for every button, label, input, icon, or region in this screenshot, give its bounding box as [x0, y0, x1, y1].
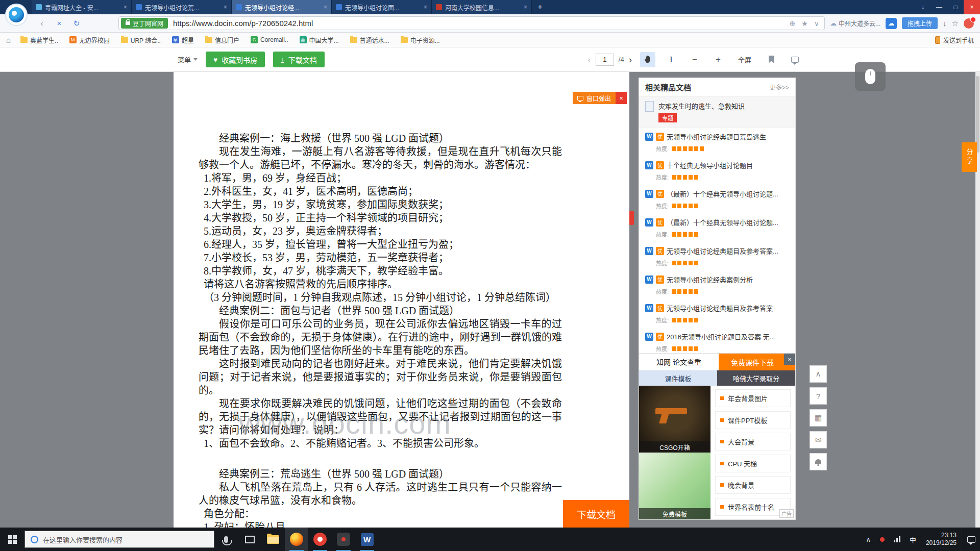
weather-widget[interactable]: ☁ 中州大道多云...: [830, 19, 880, 28]
scrollbar[interactable]: [975, 72, 980, 528]
zoom-in-button[interactable]: +: [710, 52, 726, 67]
help-button[interactable]: ?: [810, 387, 827, 405]
taskbar-clock[interactable]: 23:13 2019/12/25: [921, 532, 962, 547]
ad-link[interactable]: CPU 天梯: [715, 455, 791, 472]
stop-button[interactable]: ×: [53, 19, 65, 28]
hidden-icons-chevron[interactable]: ∧: [861, 528, 875, 551]
task-view-button[interactable]: [238, 528, 261, 551]
browser-tab[interactable]: 无领导小组讨论面... ×: [332, 0, 432, 14]
download-doc-button[interactable]: ↓ 下载文档: [273, 52, 325, 67]
related-doc-title[interactable]: （最新）十个经典无领导小组讨论题...: [667, 189, 789, 198]
ad-tab-cnki[interactable]: 知网 论文查重: [639, 354, 719, 370]
feedback-button[interactable]: ✉: [810, 431, 827, 448]
related-doc-title[interactable]: 十个经典无领导小组讨论题目: [667, 160, 789, 170]
download-manager-icon[interactable]: ↓: [943, 19, 947, 28]
bookmark-item[interactable]: 电子资源...: [395, 33, 446, 47]
bookmark-star-icon[interactable]: ★: [801, 19, 808, 28]
related-doc-title[interactable]: 无领导小组讨论经典题目及参考答案: [667, 303, 789, 313]
browser-logo-icon[interactable]: [5, 4, 28, 26]
related-doc-item[interactable]: W 优 无领导小组讨论经典案例分析 热度:: [639, 270, 795, 299]
featured-doc-title[interactable]: 灾难发生时的逃生、急救知识: [658, 101, 745, 111]
scrollbar-thumb[interactable]: [976, 76, 979, 153]
popup-window-main[interactable]: 窗口弹出: [573, 92, 616, 104]
ad-image-template[interactable]: 免费模板: [639, 453, 710, 519]
user-avatar[interactable]: [964, 18, 974, 29]
tab-close-icon[interactable]: ×: [524, 4, 527, 11]
popup-window-button[interactable]: 窗口弹出 ×: [573, 92, 627, 104]
ad-link[interactable]: 课件PPT模板: [715, 411, 791, 429]
related-doc-title[interactable]: （最新）十个经典无领导小组讨论题...: [667, 217, 789, 227]
popup-close-icon[interactable]: ×: [616, 92, 627, 104]
related-doc-title[interactable]: 无领导小组讨论经典题目及参考答案...: [667, 246, 789, 256]
zoom-out-button[interactable]: −: [687, 52, 702, 67]
related-doc-title[interactable]: 无领导小组讨论经典题目荒岛逃生: [667, 132, 789, 141]
file-explorer-button[interactable]: [261, 528, 285, 551]
browser-tab[interactable]: 毒霸网址大全 - 安... ×: [32, 0, 132, 14]
bookmark-tool-button[interactable]: [764, 52, 779, 67]
qr-code-button[interactable]: ▦: [810, 409, 827, 427]
comment-tool-button[interactable]: [787, 52, 802, 67]
fullscreen-button[interactable]: 全屏: [738, 55, 751, 64]
ad-link[interactable]: 晚会背景: [715, 476, 791, 494]
send-to-phone-button[interactable]: 发送到手机: [935, 36, 974, 44]
network-tray-icon[interactable]: [889, 528, 905, 551]
menu-button[interactable]: 菜单: [178, 55, 198, 64]
bookmark-item[interactable]: C Coremail..: [245, 33, 294, 47]
page-edge-marker[interactable]: [629, 211, 634, 225]
downloads-icon[interactable]: ↓: [915, 0, 931, 14]
ad-subtab-template[interactable]: 课件模板: [639, 370, 717, 386]
hand-tool-button[interactable]: [640, 52, 655, 67]
home-icon[interactable]: ⌂: [6, 36, 11, 44]
action-center-button[interactable]: [962, 528, 980, 551]
start-button[interactable]: [0, 528, 24, 551]
related-doc-item[interactable]: W 优 （最新）十个经典无领导小组讨论题... 热度:: [639, 185, 795, 213]
firefox-button[interactable]: [285, 528, 308, 551]
favorites-icon[interactable]: ☆: [952, 19, 959, 28]
more-link[interactable]: 更多>>: [770, 83, 789, 91]
minimize-button[interactable]: —: [931, 0, 947, 14]
share-tab[interactable]: 分享: [962, 142, 977, 172]
related-doc-item[interactable]: W 优 2016无领导小组讨论题目及答案 无... 热度:: [639, 328, 795, 356]
notification-bell-button[interactable]: [810, 453, 827, 470]
ime-indicator[interactable]: 中: [905, 528, 921, 551]
related-doc-title[interactable]: 2016无领导小组讨论题目及答案 无...: [667, 332, 789, 341]
back-to-top-button[interactable]: ∧: [810, 365, 827, 383]
favorite-button[interactable]: ♥ 收藏到书房: [206, 52, 265, 67]
ad-link[interactable]: 大会背景: [715, 433, 791, 450]
maximize-button[interactable]: □: [947, 0, 964, 14]
related-doc-item[interactable]: W 优 无领导小组讨论经典题目及参考答案 热度:: [639, 299, 795, 328]
antivirus-tray-icon[interactable]: [875, 528, 889, 551]
url-text[interactable]: https://www.docin.com/p-720650242.html: [173, 19, 784, 28]
browser-tab[interactable]: 无领导小组讨论荒... ×: [132, 0, 232, 14]
bookmark-item[interactable]: 信息门户: [200, 33, 245, 47]
ad-image-csgo[interactable]: CSGO开箱: [639, 386, 710, 453]
related-doc-item[interactable]: W 优 无领导小组讨论经典题目及参考答案... 热度:: [639, 242, 795, 270]
mic-button[interactable]: [214, 528, 238, 551]
new-tab-button[interactable]: +: [532, 0, 548, 14]
prev-page-icon[interactable]: ‹: [587, 54, 591, 65]
related-doc-item[interactable]: W 优 十个经典无领导小组讨论题目 热度:: [639, 156, 795, 185]
tab-close-icon[interactable]: ×: [224, 4, 227, 11]
tab-close-icon[interactable]: ×: [424, 4, 427, 11]
tab-close-icon[interactable]: ×: [324, 4, 327, 11]
ad-close-icon[interactable]: ×: [784, 354, 795, 365]
bookmark-item[interactable]: 慕 中国大学...: [294, 33, 345, 47]
bookmark-item[interactable]: URP 综合..: [115, 33, 166, 47]
related-doc-item[interactable]: W 优 （最新）十个经典无领导小组讨论题... 热度:: [639, 213, 795, 242]
bookmark-item[interactable]: 星 超星: [166, 33, 200, 47]
back-button[interactable]: ‹: [36, 18, 48, 29]
next-page-icon[interactable]: ›: [629, 54, 632, 65]
ad-subtab-harvard[interactable]: 哈佛大学录取分: [717, 370, 795, 386]
ad-link[interactable]: 年会背景图片: [715, 389, 791, 407]
related-doc-item[interactable]: W 优 无领导小组讨论经典题目荒岛逃生 热度:: [639, 128, 795, 156]
featured-doc[interactable]: 灾难发生时的逃生、急救知识 专题: [639, 96, 795, 128]
app-button-red[interactable]: [308, 528, 332, 551]
site-verified-badge[interactable]: 豆丁网官网: [121, 18, 168, 29]
url-box[interactable]: 豆丁网官网 https://www.docin.com/p-720650242.…: [118, 16, 825, 30]
url-dropdown-icon[interactable]: ∨: [814, 19, 819, 28]
page-number-input[interactable]: [596, 54, 614, 66]
taskbar-search[interactable]: 在这里输入你要搜索的内容: [24, 531, 214, 548]
browser-tab[interactable]: 河南大学校园信息... ×: [432, 0, 532, 14]
close-button[interactable]: ×: [964, 0, 980, 14]
cloud-sync-icon[interactable]: ☁: [886, 18, 897, 29]
